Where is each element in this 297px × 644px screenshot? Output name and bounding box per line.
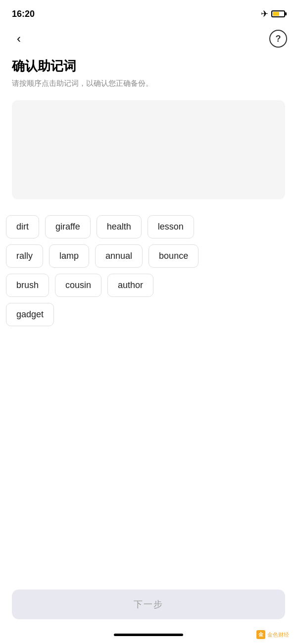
word-row-0: dirtgiraffehealthlesson <box>6 215 291 238</box>
page-title: 确认助记词 <box>12 58 285 75</box>
word-chip-brush[interactable]: brush <box>6 274 49 297</box>
status-bar: 16:20 ✈ <box>0 0 297 26</box>
word-chip-dirt[interactable]: dirt <box>6 215 39 238</box>
next-button[interactable]: 下一步 <box>12 589 285 619</box>
bottom-area: 下一步 <box>0 589 297 619</box>
nav-bar: ‹ ? <box>0 26 297 52</box>
word-chip-bounce[interactable]: bounce <box>148 244 198 268</box>
word-chip-lesson[interactable]: lesson <box>148 215 194 238</box>
bottom-indicator-bar <box>114 634 183 636</box>
word-chip-lamp[interactable]: lamp <box>49 244 89 268</box>
word-chip-health[interactable]: health <box>97 215 142 238</box>
word-row-3: gadget <box>6 303 291 326</box>
mnemonic-display-area <box>12 100 285 199</box>
watermark: 金 金色财经 <box>256 630 289 639</box>
word-row-1: rallylampannualbounce <box>6 244 291 268</box>
status-time: 16:20 <box>12 9 35 19</box>
word-chip-annual[interactable]: annual <box>95 244 143 268</box>
battery-icon <box>271 10 285 17</box>
back-button[interactable]: ‹ <box>10 30 28 48</box>
watermark-text: 金色财经 <box>267 631 289 639</box>
word-chip-rally[interactable]: rally <box>6 244 43 268</box>
page-content: 确认助记词 请按顺序点击助记词，以确认您正确备份。 <box>0 52 297 199</box>
word-chip-author[interactable]: author <box>107 274 153 297</box>
status-icons: ✈ <box>261 8 285 19</box>
word-chip-giraffe[interactable]: giraffe <box>45 215 91 238</box>
watermark-icon: 金 <box>256 630 265 639</box>
airplane-icon: ✈ <box>261 8 268 19</box>
page-subtitle: 请按顺序点击助记词，以确认您正确备份。 <box>12 79 285 88</box>
help-button[interactable]: ? <box>269 30 287 48</box>
word-grid: dirtgiraffehealthlessonrallylampannualbo… <box>0 215 297 326</box>
word-chip-cousin[interactable]: cousin <box>55 274 101 297</box>
word-row-2: brushcousinauthor <box>6 274 291 297</box>
word-chip-gadget[interactable]: gadget <box>6 303 54 326</box>
